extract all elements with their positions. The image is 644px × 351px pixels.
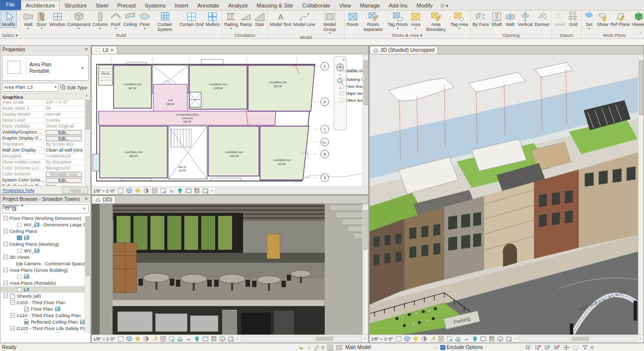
viewbar-collapse-icon[interactable]: ‹ bbox=[236, 337, 239, 341]
browser-tree-item[interactable]: −A110 - Third Floor Ceiling Plan bbox=[0, 312, 90, 319]
viewbar-collapse-icon[interactable]: ‹ bbox=[210, 188, 214, 193]
tree-collapse-icon[interactable]: − bbox=[3, 216, 8, 220]
worksharing-icon[interactable] bbox=[489, 336, 495, 342]
selection-box-icon[interactable] bbox=[228, 336, 234, 342]
property-value[interactable]: 96 bbox=[44, 106, 85, 111]
zoom-icon[interactable] bbox=[336, 77, 344, 85]
scroll-right-icon[interactable]: › bbox=[363, 337, 367, 341]
shaft-button[interactable]: Shaft bbox=[490, 11, 504, 27]
reveal-hidden-icon[interactable] bbox=[177, 187, 183, 194]
ribbon-tab-steel[interactable]: Steel bbox=[91, 1, 113, 10]
property-value[interactable]: Coarse bbox=[44, 118, 85, 123]
property-row[interactable]: Graphic Display O...Edit... bbox=[0, 136, 85, 142]
room-tag[interactable]: Elevator E2 bbox=[190, 98, 201, 101]
interior-canvas[interactable]: ⌃ bbox=[92, 204, 368, 335]
window-button[interactable]: Window bbox=[48, 11, 66, 27]
room-tag[interactable]: Live/Work Unit bbox=[125, 151, 142, 154]
detail-level-icon[interactable] bbox=[118, 336, 124, 342]
browser-tree-item[interactable]: L3 bbox=[0, 286, 90, 293]
select-underlay-icon[interactable] bbox=[535, 345, 541, 351]
property-value[interactable]: Background bbox=[44, 166, 85, 171]
ribbon-tab-precast[interactable]: Precast bbox=[113, 1, 140, 10]
browser-tree-item[interactable]: −Sheets (all) bbox=[0, 293, 90, 299]
model-group-button[interactable]: Model Group▾ bbox=[316, 11, 343, 34]
property-value[interactable]: Architectural bbox=[44, 154, 85, 159]
property-button[interactable]: Rentable Area bbox=[46, 172, 82, 177]
ramp-button[interactable]: Ramp bbox=[239, 11, 253, 27]
room-tag[interactable]: Corridor/Utility (Floor bbox=[176, 113, 199, 116]
ribbon-tab-architecture[interactable]: Architecture bbox=[21, 0, 60, 10]
shadows-icon[interactable] bbox=[421, 336, 427, 342]
tree-collapse-icon[interactable]: − bbox=[3, 281, 8, 285]
l3-canvas[interactable]: E D C B.1 B A Stair S2 Live/Work Unit 64… bbox=[92, 54, 368, 187]
property-value[interactable]: By Discipline bbox=[44, 160, 85, 165]
property-value[interactable]: By Scope Box bbox=[44, 142, 85, 147]
tree-collapse-icon[interactable]: − bbox=[3, 255, 8, 259]
property-value[interactable]: 1/8" = 1'-0" bbox=[44, 100, 85, 105]
sun-settings-icon[interactable] bbox=[134, 336, 141, 342]
search-input[interactable] bbox=[12, 206, 80, 212]
scroll-right-icon[interactable]: › bbox=[639, 337, 642, 341]
browser-tree-item[interactable]: Reflected Ceiling Plan: L3 bbox=[0, 319, 90, 325]
property-value[interactable]: Clean all wall joins bbox=[44, 148, 85, 153]
reveal-hidden-icon[interactable] bbox=[472, 336, 478, 342]
shaded-horizontal-scrollbar[interactable] bbox=[518, 336, 638, 342]
browser-tree-item[interactable]: −G103 - Third Floor Life Safety Plan bbox=[0, 325, 90, 332]
ribbon-tab-modify[interactable]: Modify bbox=[412, 1, 437, 10]
shadows-icon[interactable] bbox=[143, 187, 149, 194]
modify-cursor-button[interactable]: Modify bbox=[1, 11, 16, 27]
crop-region-icon[interactable] bbox=[446, 336, 453, 342]
tree-collapse-icon[interactable]: − bbox=[10, 326, 15, 331]
workset-icon[interactable] bbox=[314, 345, 320, 351]
component-button[interactable]: Component▾ bbox=[66, 11, 92, 30]
worksharing-icon[interactable] bbox=[211, 336, 217, 342]
property-row[interactable]: Display ModelNormal bbox=[0, 112, 85, 118]
background-process-icon[interactable] bbox=[573, 345, 579, 351]
crop-region-icon[interactable] bbox=[168, 336, 175, 342]
property-row[interactable]: Color Scheme Loc...Background bbox=[0, 166, 85, 172]
browser-tree-item[interactable]: −3D Views bbox=[0, 254, 90, 260]
column-button[interactable]: Column▾ bbox=[92, 11, 109, 30]
property-row[interactable]: Wall Join DisplayClean all wall joins bbox=[0, 148, 85, 154]
tree-collapse-icon[interactable]: − bbox=[3, 294, 8, 298]
temp-view-icon[interactable] bbox=[185, 187, 192, 194]
tag-room-button[interactable]: Tag Room▾ bbox=[386, 11, 409, 30]
crop-region-icon[interactable] bbox=[160, 187, 166, 194]
sun-path-icon[interactable] bbox=[151, 336, 158, 342]
visual-style-icon[interactable] bbox=[126, 336, 132, 342]
viewer-button[interactable]: Viewer bbox=[631, 11, 644, 27]
ref-plane-button[interactable]: Ref Plane bbox=[609, 11, 631, 27]
room-tag[interactable]: Live/Work Unit bbox=[225, 151, 243, 154]
scale-button[interactable]: 1/8" = 1'-0" bbox=[93, 337, 115, 342]
browser-tree-item[interactable]: Floor Plan: L3 Life Safety Plan bbox=[0, 332, 90, 333]
apply-button[interactable]: Apply bbox=[62, 187, 88, 193]
wall-button[interactable]: Wall▾ bbox=[21, 11, 35, 30]
property-row[interactable]: View Scale1/8" = 1'-0" bbox=[0, 100, 85, 106]
ribbon-tab-collaborate[interactable]: Collaborate bbox=[298, 1, 335, 10]
type-selector[interactable]: Area Plan Rentable ▾ bbox=[2, 55, 89, 81]
browser-tree-item[interactable]: Camera - Commercial Space L3 bbox=[0, 260, 90, 267]
selection-box-icon[interactable] bbox=[506, 336, 512, 342]
ribbon-tab-annotate[interactable]: Annotate bbox=[193, 1, 224, 10]
lock-3d-icon[interactable] bbox=[455, 336, 461, 342]
ribbon-collapse-icon[interactable]: ⌃ bbox=[639, 32, 642, 36]
browser-tree-item[interactable]: −Ceiling Plans (Working) bbox=[0, 241, 90, 247]
visual-style-icon[interactable] bbox=[404, 336, 410, 342]
property-button[interactable]: Edit... bbox=[46, 130, 82, 135]
sun-settings-icon[interactable] bbox=[412, 336, 419, 342]
steering-wheel-icon[interactable] bbox=[336, 63, 345, 72]
browser-tree-item[interactable]: −Floor Plans (Working Dimensions) bbox=[0, 215, 90, 221]
property-row[interactable]: System Color Sche...Edit... bbox=[0, 177, 85, 183]
properties-help-link[interactable]: Properties help bbox=[2, 187, 34, 193]
properties-close-icon[interactable]: ✕ bbox=[84, 46, 88, 53]
room-tag[interactable]: Live/Work Unit bbox=[124, 83, 141, 86]
browser-scrollbar[interactable] bbox=[85, 215, 90, 333]
browser-tree-item[interactable]: WV_L3 - Dimensions Large Scale bbox=[0, 221, 90, 228]
property-row[interactable]: Show Hidden LinesBy Discipline bbox=[0, 160, 85, 166]
l3-vertical-scrollbar[interactable]: ⌃ bbox=[363, 54, 368, 187]
browser-tree-item[interactable]: WV_L3 bbox=[0, 247, 90, 254]
tree-collapse-icon[interactable]: − bbox=[3, 242, 8, 246]
area-boundary-button[interactable]: Area Boundary bbox=[422, 11, 449, 32]
ribbon-tab-add-ins[interactable]: Add-Ins bbox=[384, 1, 412, 10]
media-dropdown-icon[interactable]: ⊙ ▾ bbox=[437, 1, 451, 10]
